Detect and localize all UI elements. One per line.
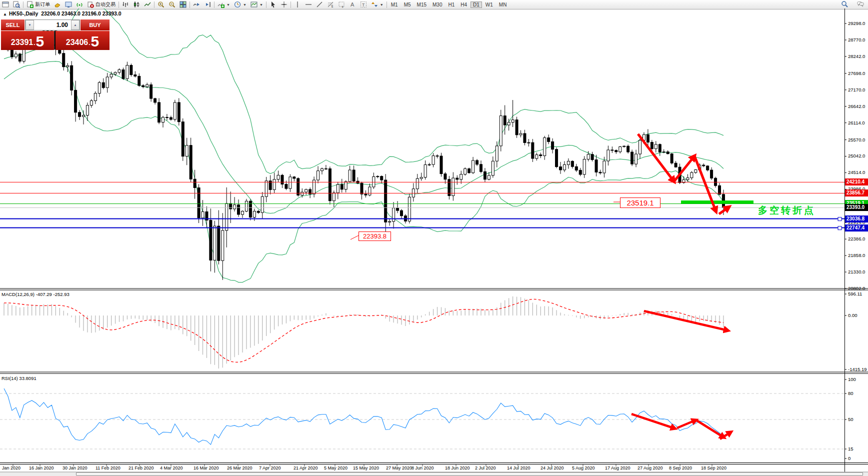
chart-canvas[interactable] [0,0,868,476]
trend-arrow [719,207,729,214]
price-tag: 23393.0 [845,204,868,211]
symbol-period-label: HK50-,Daily [9,10,38,16]
macd-label: MACD(12,26,9) -407.29 -252.93 [2,292,70,297]
ohlc-values: 23206.0 23463.0 23196.0 23393.0 [41,10,122,16]
price-tag: 23856.7 [845,190,868,196]
rsi-label: RSI(14) 33.8091 [2,376,36,381]
sell-price[interactable]: 23391.5 [1,31,54,50]
price-callout-23519[interactable]: 23519.1 [620,198,660,208]
sell-price-main: 23391 [11,36,34,49]
sell-price-dot: . [34,37,35,49]
volume-input[interactable]: 1.00 [34,20,71,30]
buy-price-main: 23406 [66,36,88,49]
trend-segment [681,200,754,204]
volume-box: ▼ 1.00 ▲ [25,20,80,30]
turning-point-text[interactable]: 多空转折点 [758,204,816,217]
line-handle [838,218,842,221]
chart-title: ▲HK50-,Daily 23206.0 23463.0 23196.0 233… [3,10,122,16]
price-tag: 24210.4 [845,178,868,186]
volume-increase-button[interactable]: ▲ [71,20,80,30]
sell-price-pips: 5 [36,34,44,49]
buy-price-dot: . [88,37,90,49]
panel-collapse-icon[interactable]: ▲ [3,12,7,16]
one-click-trading-panel: SELL ▼ 1.00 ▲ BUY 23391.5 23406.5 [1,20,110,50]
price-tag: 23036.8 [845,216,868,222]
price-callout-22393[interactable]: 22393.8 [358,232,391,241]
line-handle [838,226,842,230]
trend-arrow [677,420,696,428]
sell-button[interactable]: SELL [1,20,25,30]
trend-arrow [632,414,675,428]
price-tag: 22747.4 [845,224,868,232]
volume-decrease-button[interactable]: ▼ [26,20,34,30]
trend-arrow [696,420,724,438]
buy-button[interactable]: BUY [80,20,110,30]
buy-price-pips: 5 [91,34,100,49]
buy-price[interactable]: 23406.5 [56,31,110,50]
mt4-terminal: 新订单 自动交易 ▼ ▼ ▼ E F A T ▼ [0,0,868,476]
